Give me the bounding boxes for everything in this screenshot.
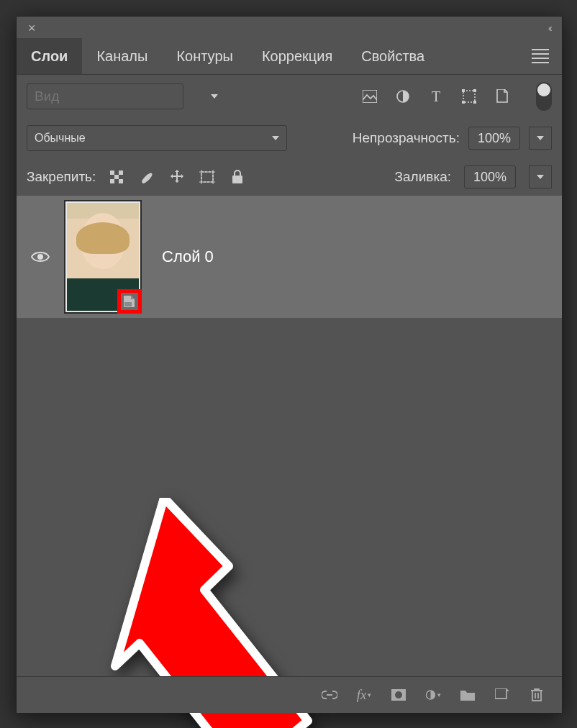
blend-mode-select[interactable]: Обычные [27, 125, 287, 151]
svg-rect-5 [462, 89, 465, 92]
tab-adjustments[interactable]: Коррекция [247, 38, 347, 74]
svg-rect-7 [462, 101, 465, 104]
blend-mode-value: Обычные [35, 132, 86, 145]
smartobject-filter-icon[interactable] [494, 88, 510, 104]
svg-rect-8 [473, 101, 476, 104]
layers-list: Слой 0 [17, 196, 562, 649]
fill-chevron[interactable] [529, 165, 552, 188]
svg-point-21 [37, 254, 43, 260]
adjustment-icon[interactable]: ▾ [425, 687, 441, 703]
group-icon[interactable] [460, 687, 476, 703]
blend-row: Обычные Непрозрачность: 100% [17, 118, 562, 158]
lock-transparency-icon[interactable] [109, 169, 124, 185]
lock-label: Закрепить: [27, 169, 96, 185]
svg-rect-4 [463, 91, 475, 102]
tab-bar: Слои Каналы Контуры Коррекция Свойства [17, 38, 562, 75]
svg-rect-6 [473, 89, 476, 92]
lock-position-icon[interactable] [169, 169, 185, 185]
tab-layers[interactable]: Слои [17, 38, 82, 74]
svg-rect-14 [119, 179, 123, 183]
fx-icon[interactable]: fx▾ [356, 687, 372, 703]
layer-row[interactable]: Слой 0 [17, 196, 562, 318]
link-icon[interactable] [322, 687, 337, 703]
panel-footer: fx▾ ▾ [17, 676, 562, 713]
filter-icons: T [362, 88, 510, 104]
mask-icon[interactable] [391, 687, 406, 703]
close-icon[interactable]: × [28, 21, 36, 36]
opacity-value[interactable]: 100% [468, 127, 520, 150]
chevron-down-icon [537, 175, 544, 179]
svg-rect-12 [119, 170, 123, 175]
svg-point-24 [395, 691, 402, 699]
search-input[interactable] [33, 88, 206, 105]
lock-all-icon[interactable] [230, 169, 245, 185]
new-layer-icon[interactable] [494, 687, 510, 703]
fill-label: Заливка: [395, 169, 451, 185]
adjustment-filter-icon[interactable] [395, 88, 411, 104]
filter-row: T [17, 75, 562, 118]
layer-thumbnail[interactable] [65, 201, 140, 312]
chevron-down-icon [272, 136, 279, 140]
opacity-chevron[interactable] [529, 127, 552, 150]
svg-rect-11 [114, 175, 119, 179]
smart-object-badge [117, 289, 142, 314]
svg-rect-20 [232, 176, 242, 183]
lock-artboard-icon[interactable] [199, 169, 215, 185]
fill-value[interactable]: 100% [464, 165, 516, 188]
svg-rect-13 [110, 179, 114, 183]
svg-rect-2 [363, 90, 377, 103]
layer-search[interactable] [27, 83, 183, 109]
chevron-down-icon [211, 94, 218, 99]
svg-rect-22 [124, 302, 132, 306]
type-filter-icon[interactable]: T [428, 88, 444, 104]
chevron-down-icon [537, 136, 544, 140]
lock-paint-icon[interactable] [139, 169, 155, 185]
svg-rect-26 [495, 688, 506, 699]
trash-icon[interactable] [529, 687, 545, 703]
tab-paths[interactable]: Контуры [162, 38, 247, 74]
svg-rect-10 [110, 170, 114, 175]
shape-filter-icon[interactable] [461, 88, 477, 104]
lock-icons [109, 169, 245, 185]
svg-rect-15 [201, 172, 213, 182]
layer-name[interactable]: Слой 0 [162, 247, 214, 266]
opacity-label: Непрозрачность: [353, 130, 460, 146]
visibility-icon[interactable] [31, 250, 50, 263]
collapse-icon[interactable]: ‹‹ [548, 22, 550, 34]
layers-panel: × ‹‹ Слои Каналы Контуры Коррекция Свойс… [16, 16, 563, 714]
image-filter-icon[interactable] [362, 88, 378, 104]
panel-menu-icon[interactable] [532, 46, 549, 66]
tab-channels[interactable]: Каналы [82, 38, 162, 74]
tab-properties[interactable]: Свойства [347, 38, 439, 74]
panel-header: × ‹‹ [17, 17, 562, 38]
lock-row: Закрепить: Заливка: 100% [17, 158, 562, 196]
filter-toggle[interactable] [536, 82, 552, 111]
